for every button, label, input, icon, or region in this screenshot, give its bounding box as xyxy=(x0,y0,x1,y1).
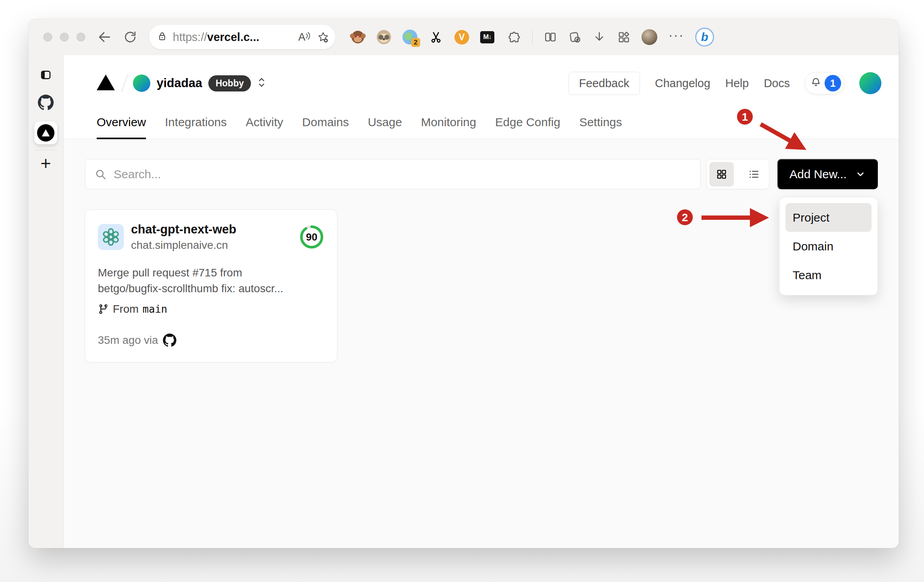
chevron-down-icon xyxy=(855,169,866,179)
github-icon xyxy=(163,334,176,347)
notification-count-badge: 1 xyxy=(825,75,841,91)
dropdown-item-domain[interactable]: Domain xyxy=(786,232,872,261)
tab-usage[interactable]: Usage xyxy=(368,106,402,139)
back-icon[interactable] xyxy=(97,30,112,45)
team-name[interactable]: yidadaa xyxy=(157,76,202,90)
team-avatar[interactable] xyxy=(133,75,150,92)
project-domain[interactable]: chat.simplenaive.cn xyxy=(131,239,299,252)
vercel-page: yidadaa Hobby Feedback Changelog Help Do… xyxy=(64,55,899,548)
more-menu-icon[interactable]: ··· xyxy=(668,28,684,46)
address-bar[interactable]: https://vercel.c... A xyxy=(149,25,335,49)
latest-commit-message[interactable]: Merge pull request #715 from betgo/bugfi… xyxy=(98,265,324,297)
edge-sidebar: + xyxy=(28,55,64,548)
user-avatar[interactable] xyxy=(859,72,881,94)
zoom-window-button[interactable] xyxy=(77,33,85,41)
extension-badge-count: 2 xyxy=(411,38,420,47)
extension-icons: 2 V M↓ xyxy=(350,30,494,45)
tab-integrations[interactable]: Integrations xyxy=(165,106,227,139)
vercel-sidebar-app-active[interactable] xyxy=(34,121,57,144)
team-switcher-icon[interactable] xyxy=(256,76,267,91)
dropdown-item-team[interactable]: Team xyxy=(786,261,872,289)
sidebar-divider xyxy=(34,150,57,150)
add-new-button[interactable]: Add New... xyxy=(777,159,878,189)
deploy-meta-row: 35m ago via xyxy=(98,334,324,347)
refresh-icon[interactable] xyxy=(123,30,137,44)
changelog-link[interactable]: Changelog xyxy=(655,77,710,90)
project-name[interactable]: chat-gpt-next-web xyxy=(131,222,299,237)
git-branch-icon xyxy=(98,304,109,315)
deploy-time: 35m ago via xyxy=(98,334,158,347)
add-new-label: Add New... xyxy=(789,168,847,181)
view-toggle-group xyxy=(706,159,769,189)
url-text: https://vercel.c... xyxy=(173,31,259,44)
markdown-download-extension-icon[interactable]: M↓ xyxy=(480,31,494,43)
tab-manager-extension-icon[interactable]: 2 xyxy=(402,30,417,45)
toolbar-divider xyxy=(532,30,533,45)
bell-icon xyxy=(810,76,822,90)
grid-view-button[interactable] xyxy=(709,162,734,187)
scissors-extension-icon[interactable] xyxy=(428,30,443,45)
apps-grid-icon[interactable] xyxy=(617,30,630,44)
plan-badge: Hobby xyxy=(208,75,251,91)
toolbar-right-icons: ··· b xyxy=(508,28,714,47)
notifications-button[interactable]: 1 xyxy=(805,72,844,94)
lock-icon xyxy=(157,31,167,43)
list-view-icon xyxy=(748,168,760,180)
branch-name[interactable]: main xyxy=(142,303,167,315)
tab-domains[interactable]: Domains xyxy=(302,106,349,139)
speed-score-value: 90 xyxy=(299,224,324,250)
browser-window: https://vercel.c... A xyxy=(28,19,899,548)
close-window-button[interactable] xyxy=(43,33,52,41)
url-host: vercel.c... xyxy=(207,31,259,43)
tab-edge-config[interactable]: Edge Config xyxy=(495,106,560,139)
project-search[interactable] xyxy=(85,159,701,189)
tampermonkey-extension-icon[interactable] xyxy=(350,30,365,45)
bing-chat-icon[interactable]: b xyxy=(695,28,714,47)
project-card-header: chat-gpt-next-web chat.simplenaive.cn 90 xyxy=(98,222,324,252)
breadcrumb-slash xyxy=(121,74,128,92)
screenshot-canvas: https://vercel.c... A xyxy=(0,0,924,582)
grid-view-icon xyxy=(716,168,728,180)
favorites-star-icon[interactable] xyxy=(317,31,329,43)
tab-overview[interactable]: Overview xyxy=(97,106,146,139)
split-screen-icon[interactable] xyxy=(544,30,557,44)
sidebar-add-icon[interactable]: + xyxy=(41,154,51,172)
from-label: From xyxy=(113,303,138,315)
vercel-logo[interactable] xyxy=(97,75,115,92)
dropdown-item-project[interactable]: Project xyxy=(786,203,872,232)
minimize-window-button[interactable] xyxy=(60,33,69,41)
openai-logo-icon xyxy=(102,228,120,246)
tab-settings[interactable]: Settings xyxy=(579,106,622,139)
search-input[interactable] xyxy=(114,168,691,181)
url-scheme: https:// xyxy=(173,31,207,43)
search-icon xyxy=(95,168,107,180)
project-card[interactable]: chat-gpt-next-web chat.simplenaive.cn 90 xyxy=(85,209,337,362)
read-aloud-icon[interactable]: A xyxy=(298,31,311,43)
vimium-extension-icon[interactable]: V xyxy=(455,30,469,45)
docs-link[interactable]: Docs xyxy=(764,77,790,90)
window-controls xyxy=(43,33,85,41)
tab-activity[interactable]: Activity xyxy=(246,106,283,139)
list-view-button[interactable] xyxy=(742,162,766,187)
speed-score-ring[interactable]: 90 xyxy=(299,224,324,250)
branch-row: From main xyxy=(98,303,324,315)
project-favicon xyxy=(98,224,124,250)
help-link[interactable]: Help xyxy=(725,77,749,90)
header-actions: Feedback Changelog Help Docs 1 xyxy=(569,72,881,95)
tab-monitoring[interactable]: Monitoring xyxy=(421,106,476,139)
add-new-dropdown: Project Domain Team xyxy=(779,197,878,295)
sloth-extension-icon[interactable] xyxy=(376,30,391,45)
vercel-header: yidadaa Hobby Feedback Changelog Help Do… xyxy=(64,55,899,106)
github-sidebar-icon[interactable] xyxy=(38,95,54,110)
vercel-app-icon xyxy=(37,124,54,142)
browser-profile-avatar[interactable] xyxy=(642,29,657,45)
downloads-icon[interactable] xyxy=(593,30,606,44)
collections-add-icon[interactable] xyxy=(568,30,582,44)
project-controls: Add New... xyxy=(85,159,878,189)
dashboard-main: Add New... xyxy=(64,139,899,548)
dashboard-tabs: Overview Integrations Activity Domains U… xyxy=(64,106,899,139)
feedback-button[interactable]: Feedback xyxy=(569,72,640,95)
extensions-puzzle-icon[interactable] xyxy=(508,30,521,44)
browser-toolbar: https://vercel.c... A xyxy=(28,19,899,55)
sidebar-toggle-icon[interactable] xyxy=(39,69,52,81)
